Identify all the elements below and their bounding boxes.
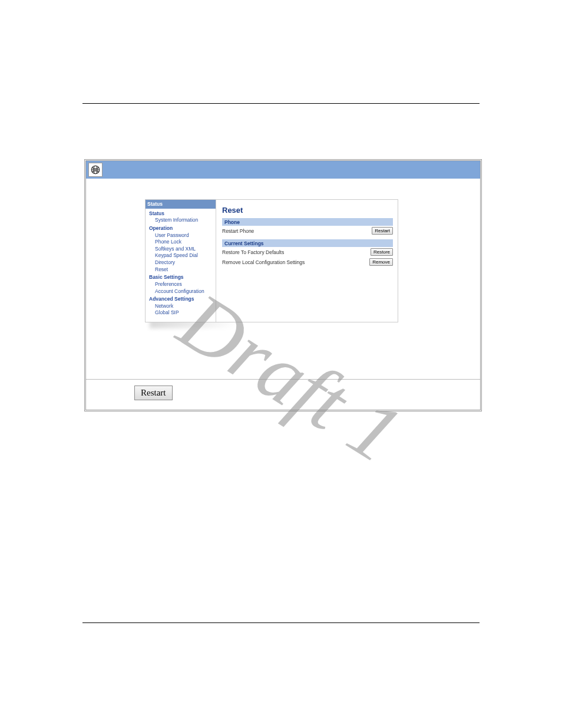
nav-item-preferences[interactable]: Preferences bbox=[149, 281, 213, 288]
section-bar-current-settings: Current Settings bbox=[222, 239, 393, 247]
label-restart-phone: Restart Phone bbox=[222, 228, 254, 234]
label-remove-local: Remove Local Configuration Settings bbox=[222, 259, 305, 265]
section-bar-phone: Phone bbox=[222, 218, 393, 226]
top-rule bbox=[82, 103, 480, 104]
button-restart-phone[interactable]: Restart bbox=[372, 227, 393, 235]
nav-item-softkeys-xml[interactable]: Softkeys and XML bbox=[149, 246, 213, 252]
nav-section-advanced-settings[interactable]: Advanced Settings bbox=[149, 296, 213, 302]
restart-row: Restart bbox=[86, 379, 480, 410]
nav-item-phone-lock[interactable]: Phone Lock bbox=[149, 239, 213, 245]
row-remove-local: Remove Local Configuration Settings Remo… bbox=[222, 257, 393, 267]
panel-header bbox=[86, 161, 480, 179]
content-pane: Reset Phone Restart Phone Restart Curren… bbox=[216, 200, 398, 322]
row-restart-phone: Restart Phone Restart bbox=[222, 226, 393, 236]
outer-panel: Status Status System Information Operati… bbox=[84, 159, 482, 411]
nav-item-global-sip[interactable]: Global SIP bbox=[149, 309, 213, 316]
web-ui-screenshot: Status Status System Information Operati… bbox=[145, 199, 398, 322]
nav-item-network[interactable]: Network bbox=[149, 303, 213, 309]
bottom-rule bbox=[82, 622, 480, 623]
nav-item-system-information[interactable]: System Information bbox=[149, 217, 213, 223]
label-restore-defaults: Restore To Factory Defaults bbox=[222, 249, 284, 255]
nav-section-operation[interactable]: Operation bbox=[149, 225, 213, 232]
nav-item-account-configuration[interactable]: Account Configuration bbox=[149, 288, 213, 295]
row-restore-defaults: Restore To Factory Defaults Restore bbox=[222, 247, 393, 257]
side-nav: Status Status System Information Operati… bbox=[146, 200, 216, 322]
nav-item-reset[interactable]: Reset bbox=[149, 266, 213, 273]
panel-body: Status Status System Information Operati… bbox=[86, 179, 480, 379]
nav-item-user-password[interactable]: User Password bbox=[149, 232, 213, 239]
globe-icon bbox=[88, 163, 103, 177]
nav-section-status[interactable]: Status bbox=[149, 210, 213, 217]
restart-button[interactable]: Restart bbox=[134, 386, 173, 400]
button-remove[interactable]: Remove bbox=[369, 258, 393, 266]
button-restore[interactable]: Restore bbox=[371, 248, 393, 256]
nav-title: Status bbox=[146, 200, 216, 209]
nav-item-directory[interactable]: Directory bbox=[149, 259, 213, 266]
content-heading: Reset bbox=[222, 206, 393, 215]
nav-section-basic-settings[interactable]: Basic Settings bbox=[149, 274, 213, 281]
nav-item-keypad-speed-dial[interactable]: Keypad Speed Dial bbox=[149, 252, 213, 259]
